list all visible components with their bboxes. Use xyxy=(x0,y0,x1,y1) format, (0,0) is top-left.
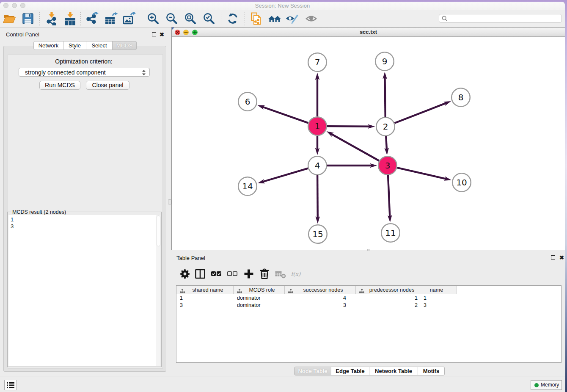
table-tab-network-table[interactable]: Network Table xyxy=(369,367,418,375)
column-label: MCDS role xyxy=(239,287,284,293)
zoom-selected-icon xyxy=(202,19,216,27)
table-cell[interactable]: 3 xyxy=(176,302,234,309)
tab-style[interactable]: Style xyxy=(63,41,86,50)
zoom-selected-button[interactable] xyxy=(202,12,216,25)
column-header-successor-nodes[interactable]: successor nodes xyxy=(285,286,356,294)
tab-mcds[interactable]: MCDS xyxy=(113,41,137,50)
float-panel-icon[interactable] xyxy=(152,32,156,36)
graph-edge-3-11[interactable] xyxy=(388,175,390,217)
table-cell[interactable]: 2 xyxy=(356,302,422,309)
home-button[interactable] xyxy=(268,12,281,25)
graph-node-7[interactable]: 7 xyxy=(308,53,327,72)
float-table-panel-icon[interactable] xyxy=(551,255,555,259)
search-box[interactable] xyxy=(439,14,562,23)
table-cell[interactable]: dominator xyxy=(234,302,285,309)
column-label: successor nodes xyxy=(291,287,355,293)
table-cell[interactable]: 4 xyxy=(285,295,356,302)
copy-document-button[interactable] xyxy=(249,12,263,25)
network-graph: 1234678910111415 xyxy=(172,37,565,250)
table-cell[interactable]: 3 xyxy=(285,302,356,309)
table-cell[interactable]: 1 xyxy=(356,295,422,302)
task-history-button[interactable] xyxy=(4,380,17,390)
graph-node-9[interactable]: 9 xyxy=(375,52,394,71)
table-cell[interactable]: 3 xyxy=(422,302,457,309)
table-tab-node-table[interactable]: Node Table xyxy=(294,367,331,375)
export-network-button[interactable] xyxy=(85,12,99,25)
export-image-icon xyxy=(122,19,136,27)
graph-node-15[interactable]: 15 xyxy=(308,225,327,243)
node-table[interactable]: shared nameMCDS rolesuccessor nodesprede… xyxy=(176,285,561,363)
graph-node-2[interactable]: 2 xyxy=(376,117,395,136)
zoom-out-button[interactable] xyxy=(165,12,179,25)
graph-edge-1-6[interactable] xyxy=(263,107,308,123)
import-network-icon xyxy=(45,19,58,27)
import-table-button[interactable] xyxy=(63,12,77,25)
tab-select[interactable]: Select xyxy=(86,41,113,50)
split-columns-button[interactable] xyxy=(194,268,206,280)
graph-node-label: 14 xyxy=(242,181,253,191)
select-all-button[interactable] xyxy=(210,268,222,280)
result-scrollbar-thumb[interactable] xyxy=(157,215,160,246)
criterion-dropdown[interactable]: strongly connected component xyxy=(19,68,150,77)
graph-edge-2-3[interactable] xyxy=(386,136,387,149)
zoom-fit-button[interactable] xyxy=(184,12,197,25)
export-table-button[interactable] xyxy=(104,12,118,25)
graph-node-3[interactable]: 3 xyxy=(378,156,397,175)
graph-node-4[interactable]: 4 xyxy=(308,156,327,175)
gear-button[interactable] xyxy=(179,268,191,280)
tab-network[interactable]: Network xyxy=(33,41,63,50)
export-image-button[interactable] xyxy=(122,12,136,25)
network-window-titlebar[interactable]: scc.txt xyxy=(172,28,565,37)
save-session-button[interactable] xyxy=(21,12,35,25)
graph-edge-3-10[interactable] xyxy=(397,168,446,179)
import-network-button[interactable] xyxy=(45,12,58,25)
run-mcds-button[interactable]: Run MCDS xyxy=(39,81,80,90)
graph-edge-4-15[interactable] xyxy=(317,175,318,218)
graph-node-6[interactable]: 6 xyxy=(238,92,257,111)
table-tab-edge-table[interactable]: Edge Table xyxy=(331,367,369,375)
titlebar[interactable]: Session: New Session xyxy=(0,2,565,10)
toolbar-separator xyxy=(142,12,142,25)
graph-edge-3-1[interactable] xyxy=(331,134,379,160)
graph-node-11[interactable]: 11 xyxy=(381,224,400,242)
zoom-in-icon xyxy=(146,19,160,27)
column-label: predecessor nodes xyxy=(362,287,422,293)
graph-node-10[interactable]: 10 xyxy=(452,173,471,192)
column-header-name[interactable]: name xyxy=(422,286,457,294)
graph-edge-2-9[interactable] xyxy=(385,77,385,117)
graph-edge-2-8[interactable] xyxy=(394,103,446,123)
trash-button[interactable] xyxy=(259,268,270,280)
deselect-all-button[interactable] xyxy=(226,268,238,280)
graph-node-8[interactable]: 8 xyxy=(451,88,470,107)
graph-edge-4-14[interactable] xyxy=(263,168,308,182)
eye-pen-button[interactable] xyxy=(286,12,299,25)
trash-icon xyxy=(259,274,270,281)
table-tab-motifs[interactable]: Motifs xyxy=(418,367,445,375)
vertical-splitter-handle[interactable] xyxy=(168,199,171,204)
eye-button[interactable] xyxy=(305,12,319,25)
network-canvas[interactable]: 1234678910111415 xyxy=(172,37,565,250)
result-scrollbar[interactable] xyxy=(156,215,160,366)
mcds-result-list[interactable]: 13 xyxy=(8,215,160,366)
column-header-shared-name[interactable]: shared name xyxy=(176,286,234,294)
graph-node-label: 11 xyxy=(385,228,396,238)
close-panel-icon[interactable]: ✖ xyxy=(160,32,164,37)
graph-edge-1-2[interactable] xyxy=(327,126,369,127)
table-cell[interactable]: 1 xyxy=(422,295,457,302)
refresh-button[interactable] xyxy=(226,12,239,25)
zoom-in-button[interactable] xyxy=(146,12,160,25)
graph-node-1[interactable]: 1 xyxy=(308,117,327,135)
save-session-icon xyxy=(21,19,35,27)
close-panel-button[interactable]: Close panel xyxy=(86,81,129,90)
search-input[interactable] xyxy=(449,15,559,22)
table-cell[interactable]: dominator xyxy=(234,295,285,302)
column-header-MCDS-role[interactable]: MCDS role xyxy=(234,286,285,294)
memory-button[interactable]: Memory xyxy=(531,380,562,390)
table-cell[interactable]: 1 xyxy=(176,295,234,302)
graph-node-14[interactable]: 14 xyxy=(238,177,257,196)
mcds-result-title: MCDS result (2 nodes) xyxy=(11,209,67,215)
open-file-button[interactable] xyxy=(3,12,16,25)
column-header-predecessor-nodes[interactable]: predecessor nodes xyxy=(356,286,422,294)
close-table-panel-icon[interactable]: ✖ xyxy=(559,255,564,260)
add-button[interactable] xyxy=(243,268,255,280)
